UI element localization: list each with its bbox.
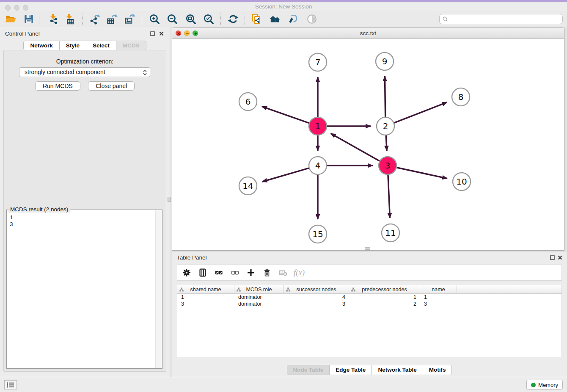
edge-2-3[interactable] (386, 135, 387, 151)
edge-2-9[interactable] (385, 76, 385, 117)
edge-4-14[interactable] (262, 168, 309, 182)
result-line: 1 (10, 214, 154, 221)
tab-node-table[interactable]: Node Table (287, 365, 330, 375)
zoom-selected-icon[interactable] (203, 13, 215, 25)
show-columns-icon[interactable] (198, 268, 208, 278)
toolbar-separator (142, 14, 142, 25)
graph-node-label-2: 2 (383, 121, 388, 131)
graph-node-label-4: 4 (315, 160, 321, 171)
status-bar: Memory (0, 377, 567, 392)
import-network-icon[interactable] (47, 13, 59, 25)
delete-column-icon[interactable] (262, 268, 272, 278)
search-input[interactable] (450, 15, 561, 23)
zoom-in-icon[interactable] (149, 13, 160, 25)
open-session-icon[interactable] (5, 13, 17, 25)
select-all-columns-icon[interactable] (214, 268, 224, 278)
export-network-icon[interactable] (89, 13, 101, 25)
graphics-details-icon[interactable] (306, 13, 318, 25)
column-header-shared-name[interactable]: shared name (177, 285, 234, 293)
network-window-titlebar[interactable]: scc.txt (172, 28, 564, 39)
float-panel-icon[interactable] (150, 30, 155, 36)
graph-node-label-7: 7 (315, 57, 321, 67)
network-canvas[interactable]: 7968124314101511 (172, 39, 564, 250)
control-panel: Control Panel NetworkStyleSelectMCDS Opt… (0, 27, 170, 377)
toolbar-separator (82, 14, 83, 25)
mcds-panel: Optimization criterion: strongly connect… (3, 50, 166, 372)
close-panel-button[interactable]: Close panel (88, 81, 135, 91)
table-cell: 1 (349, 294, 420, 300)
column-header-successor-nodes[interactable]: successor nodes (284, 285, 349, 293)
result-scrollbar[interactable] (155, 210, 162, 368)
search-field (439, 14, 563, 24)
export-image-icon[interactable] (124, 13, 135, 25)
control-panel-title: Control Panel (5, 30, 40, 37)
table-row[interactable]: 1dominator411 (177, 294, 561, 301)
graph-node-label-10: 10 (456, 177, 467, 187)
memory-button[interactable]: Memory (526, 380, 563, 390)
apply-layout-icon[interactable] (227, 13, 239, 25)
tab-motifs[interactable]: Motifs (423, 365, 452, 375)
tab-network-table[interactable]: Network Table (372, 365, 423, 375)
tab-edge-table[interactable]: Edge Table (330, 365, 372, 375)
float-table-panel-icon[interactable] (550, 254, 555, 260)
mcds-result-text[interactable]: 13 (7, 212, 154, 367)
list-icon (6, 382, 15, 388)
workspace: scc.txt 7968124314101511 Table Panel (172, 27, 567, 377)
edge-1-6[interactable] (262, 107, 309, 123)
table-cell: 4 (284, 294, 349, 300)
home-view-icon[interactable] (269, 13, 281, 25)
criterion-dropdown-value: strongly connected component (25, 69, 105, 75)
main-toolbar (0, 11, 567, 27)
table-body: 1dominator4113dominator323 (177, 294, 561, 307)
main-area: Control Panel NetworkStyleSelectMCDS Opt… (0, 27, 567, 377)
table-cell: 2 (349, 301, 420, 307)
fx-label: f(x) (294, 268, 305, 277)
table-cell: 3 (284, 301, 349, 307)
unselect-all-columns-icon[interactable] (230, 268, 240, 278)
run-mcds-button[interactable]: Run MCDS (35, 81, 80, 91)
graph-node-label-15: 15 (312, 229, 323, 239)
toolbar-separator (245, 14, 245, 25)
column-header-mcds-role[interactable]: MCDS role (234, 285, 284, 293)
table-settings-gear-icon[interactable] (182, 268, 192, 278)
tab-mcds[interactable]: MCDS (116, 41, 146, 50)
tab-network[interactable]: Network (23, 41, 59, 50)
tab-style[interactable]: Style (60, 41, 86, 50)
search-icon (442, 16, 448, 22)
table-header-row: shared nameMCDS rolesuccessor nodesprede… (177, 285, 561, 294)
apply-style-icon[interactable] (287, 13, 299, 25)
export-table-icon[interactable] (106, 13, 118, 25)
close-panel-icon[interactable] (159, 30, 164, 36)
table-cell: 3 (177, 301, 234, 307)
control-panel-tabs: NetworkStyleSelectMCDS (0, 41, 170, 50)
tab-select[interactable]: Select (86, 41, 116, 50)
table-cell: dominator (234, 301, 284, 307)
zoom-out-icon[interactable] (166, 13, 178, 25)
toolbar-separator (39, 14, 39, 25)
new-network-from-selection-icon[interactable] (250, 13, 262, 25)
table-row[interactable]: 3dominator323 (177, 301, 561, 307)
network-window-resize-grip[interactable] (365, 247, 370, 250)
table-panel-tabs: Node TableEdge TableNetwork TableMotifs (172, 365, 567, 375)
panel-divider-grip[interactable] (168, 197, 171, 202)
save-session-icon[interactable] (23, 13, 35, 25)
graph-node-label-6: 6 (245, 97, 251, 107)
add-column-icon[interactable] (246, 268, 256, 278)
column-header-predecessor-nodes[interactable]: predecessor nodes (349, 285, 420, 293)
column-header-name[interactable]: name (420, 285, 457, 293)
mcds-result-box: MCDS result (2 nodes) 13 (6, 210, 162, 369)
edge-2-8[interactable] (394, 102, 447, 123)
session-title: Session: New Session (0, 3, 567, 10)
criterion-dropdown[interactable]: strongly connected component (19, 67, 150, 77)
import-table-icon[interactable] (63, 13, 75, 25)
close-table-panel-icon[interactable] (557, 254, 563, 260)
node-table: shared nameMCDS rolesuccessor nodesprede… (177, 285, 562, 357)
task-history-button[interactable] (4, 380, 17, 389)
table-panel-title: Table Panel (177, 254, 207, 261)
result-line: 3 (10, 221, 154, 228)
column-label: predecessor nodes (362, 287, 407, 293)
edge-3-10[interactable] (396, 168, 447, 179)
fit-content-icon[interactable] (185, 13, 197, 25)
edge-3-1[interactable] (330, 133, 379, 161)
edge-3-11[interactable] (388, 175, 390, 218)
